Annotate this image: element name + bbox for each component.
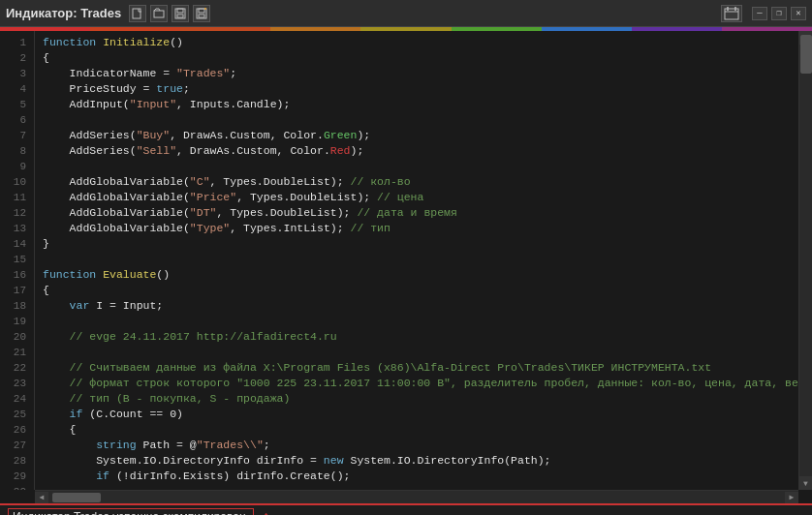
code-line-12: AddGlobalVariable("DT", Types.DoubleList… <box>43 205 791 221</box>
line-number: 13 <box>0 221 30 236</box>
save-file-button[interactable] <box>172 5 189 22</box>
new-file-button[interactable] <box>129 5 146 22</box>
code-line-24: // тип (B - покупка, S - продажа) <box>43 391 791 407</box>
svg-rect-1 <box>154 11 164 17</box>
line-number: 17 <box>0 283 30 298</box>
status-arrow-icon: ↑ <box>262 509 271 515</box>
svg-rect-6 <box>199 9 204 13</box>
code-line-11: AddGlobalVariable("Price", Types.DoubleL… <box>43 190 791 205</box>
line-number: 23 <box>0 376 30 391</box>
window: Индикатор: Trades — ❐ <box>0 0 812 515</box>
save-as-button[interactable] <box>193 5 210 22</box>
line-number: 16 <box>0 267 30 283</box>
line-number: 12 <box>0 205 30 221</box>
title-bar: Индикатор: Trades — ❐ <box>0 0 812 27</box>
line-number: 18 <box>0 298 30 314</box>
line-number: 9 <box>0 159 30 174</box>
line-number: 4 <box>0 81 30 97</box>
status-bar: Индикатор Trades успешно скомпилирован. … <box>0 503 812 515</box>
line-number: 14 <box>0 236 30 252</box>
line-number: 1 <box>0 35 30 50</box>
code-line-17: { <box>43 283 791 298</box>
line-number: 25 <box>0 407 30 422</box>
line-number: 8 <box>0 143 30 159</box>
code-line-14: } <box>43 236 791 252</box>
code-line-25: if (C.Count == 0) <box>43 407 791 422</box>
code-line-18: var I = Input; <box>43 298 791 314</box>
line-number: 22 <box>0 360 30 376</box>
code-line-16: function Evaluate() <box>43 267 791 283</box>
code-line-3: IndicatorName = "Trades"; <box>43 66 791 81</box>
calendar-button[interactable] <box>721 5 742 22</box>
line-number: 20 <box>0 329 30 345</box>
code-line-15 <box>43 252 791 267</box>
line-number: 7 <box>0 128 30 143</box>
code-line-23: // формат строк которого "1000 225 23.11… <box>43 376 791 391</box>
open-file-button[interactable] <box>150 5 168 22</box>
close-button[interactable]: ✕ <box>791 7 806 20</box>
svg-rect-3 <box>177 9 183 13</box>
code-line-4: PriceStudy = true; <box>43 81 791 97</box>
minimize-button[interactable]: — <box>752 7 767 20</box>
code-line-19 <box>43 314 791 329</box>
title-bar-right: — ❐ ✕ <box>721 5 806 22</box>
line-numbers: 1 2 3 4 5 6 7 8 9 10 11 12 13 14 15 16 1… <box>0 31 35 490</box>
code-line-1: function Initialize() <box>43 35 791 50</box>
code-line-5: AddInput("Input", Inputs.Candle); <box>43 97 791 112</box>
status-message: Индикатор Trades успешно скомпилирован. <box>13 510 249 515</box>
code-line-27: string Path = @"Trades\\"; <box>43 438 791 453</box>
h-scroll-thumb[interactable] <box>52 493 101 502</box>
line-number: 19 <box>0 314 30 329</box>
line-number: 29 <box>0 469 30 484</box>
code-editor[interactable]: function Initialize() { IndicatorName = … <box>35 31 798 490</box>
line-number: 27 <box>0 438 30 453</box>
svg-rect-7 <box>199 15 204 17</box>
line-number: 30 <box>0 484 30 490</box>
line-number: 24 <box>0 391 30 407</box>
scroll-right-arrow[interactable]: ▶ <box>785 492 798 503</box>
code-line-9 <box>43 159 791 174</box>
title-icons <box>129 5 210 22</box>
status-message-box: Индикатор Trades успешно скомпилирован. <box>8 508 254 515</box>
editor-container: 1 2 3 4 5 6 7 8 9 10 11 12 13 14 15 16 1… <box>0 31 812 490</box>
code-line-6 <box>43 112 791 128</box>
line-number: 28 <box>0 453 30 469</box>
code-line-26: { <box>43 422 791 438</box>
code-line-10: AddGlobalVariable("C", Types.DoubleList)… <box>43 174 791 190</box>
scroll-thumb[interactable] <box>800 35 812 74</box>
code-line-7: AddSeries("Buy", DrawAs.Custom, Color.Gr… <box>43 128 791 143</box>
svg-rect-9 <box>725 9 738 19</box>
horizontal-scrollbar[interactable]: ◀ ▶ <box>35 490 798 503</box>
code-line-13: AddGlobalVariable("Type", Types.IntList)… <box>43 221 791 236</box>
scroll-down-arrow[interactable]: ▼ <box>799 476 812 490</box>
line-number: 2 <box>0 50 30 66</box>
line-number: 21 <box>0 345 30 360</box>
line-number: 6 <box>0 112 30 128</box>
code-line-20: // evge 24.11.2017 http://alfadirect4.ru <box>43 329 791 345</box>
line-number: 5 <box>0 97 30 112</box>
code-line-22: // Считываем данные из файла X:\Program … <box>43 360 791 376</box>
line-number: 10 <box>0 174 30 190</box>
title-bar-left: Индикатор: Trades <box>6 5 210 22</box>
line-number: 15 <box>0 252 30 267</box>
restore-button[interactable]: ❐ <box>771 7 787 20</box>
scroll-left-arrow[interactable]: ◀ <box>35 492 48 503</box>
line-number: 26 <box>0 422 30 438</box>
code-line-2: { <box>43 50 791 66</box>
vertical-scrollbar[interactable]: ▲ ▼ <box>798 31 812 490</box>
code-line-8: AddSeries("Sell", DrawAs.Custom, Color.R… <box>43 143 791 159</box>
svg-rect-0 <box>133 9 141 18</box>
window-title: Индикатор: Trades <box>6 6 121 20</box>
code-line-29: if (!dirInfo.Exists) dirInfo.Create(); <box>43 469 791 484</box>
line-number: 3 <box>0 66 30 81</box>
svg-rect-4 <box>177 15 183 17</box>
code-line-28: System.IO.DirectoryInfo dirInfo = new Sy… <box>43 453 791 469</box>
code-line-21 <box>43 345 791 360</box>
line-number: 11 <box>0 190 30 205</box>
